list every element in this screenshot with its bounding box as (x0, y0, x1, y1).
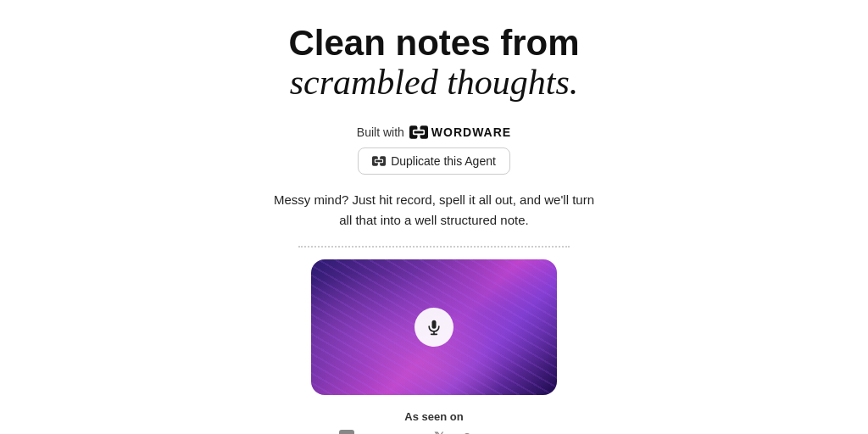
microphone-icon (426, 319, 442, 336)
logos-row: Y Combinator 𝕏 Medium (339, 430, 528, 434)
duplicate-agent-button[interactable]: Duplicate this Agent (358, 147, 510, 175)
x-logo: 𝕏 (434, 430, 444, 434)
wordware-logo-icon (409, 125, 428, 139)
description-text: Messy mind? Just hit record, spell it al… (273, 190, 595, 231)
as-seen-on-label: As seen on (339, 410, 528, 423)
built-with-text: Built with (357, 125, 404, 139)
duplicate-icon (372, 156, 386, 166)
built-with-row: Built with WORDWARE (357, 125, 511, 139)
svg-rect-7 (376, 160, 382, 162)
headline: Clean notes from scrambled thoughts. (288, 24, 579, 102)
main-container: Clean notes from scrambled thoughts. Bui… (0, 0, 868, 434)
duplicate-btn-label: Duplicate this Agent (391, 154, 496, 168)
yc-logo: Y Combinator (339, 430, 415, 434)
headline-line2: scrambled thoughts. (288, 63, 579, 102)
headline-line1: Clean notes from (288, 24, 579, 63)
x-icon: 𝕏 (434, 430, 444, 434)
as-seen-on-section: As seen on Y Combinator 𝕏 Medium (339, 410, 528, 434)
media-card (311, 259, 557, 395)
wordware-label: WORDWARE (431, 125, 511, 139)
dotted-separator (298, 246, 570, 248)
wordware-logo: WORDWARE (409, 125, 511, 139)
yc-box-icon: Y (339, 430, 354, 434)
svg-rect-3 (414, 131, 423, 134)
svg-rect-8 (432, 320, 437, 329)
